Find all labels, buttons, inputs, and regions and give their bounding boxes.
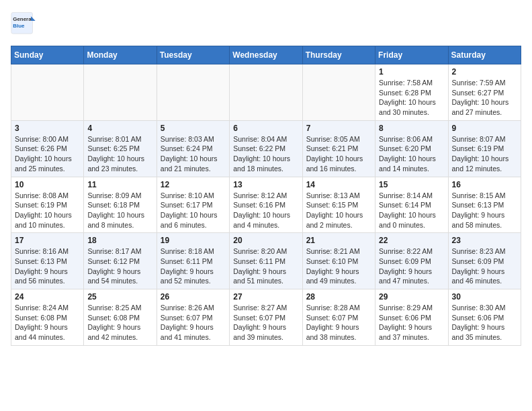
calendar-week-5: 24Sunrise: 8:24 AMSunset: 6:08 PMDayligh… bbox=[11, 289, 521, 346]
calendar-cell: 27Sunrise: 8:27 AMSunset: 6:07 PMDayligh… bbox=[230, 289, 302, 346]
calendar-cell: 3Sunrise: 8:00 AMSunset: 6:26 PMDaylight… bbox=[11, 120, 84, 177]
weekday-header-sunday: Sunday bbox=[11, 46, 84, 64]
svg-text:General: General bbox=[13, 16, 32, 22]
day-number: 3 bbox=[15, 124, 80, 133]
day-info: Sunrise: 8:27 AMSunset: 6:07 PMDaylight:… bbox=[233, 303, 298, 342]
calendar-table: SundayMondayTuesdayWednesdayThursdayFrid… bbox=[11, 46, 521, 346]
calendar-cell: 5Sunrise: 8:03 AMSunset: 6:24 PMDaylight… bbox=[157, 120, 229, 177]
calendar-week-1: 1Sunrise: 7:58 AMSunset: 6:28 PMDaylight… bbox=[11, 64, 521, 121]
calendar-cell: 12Sunrise: 8:10 AMSunset: 6:17 PMDayligh… bbox=[157, 177, 229, 233]
day-number: 2 bbox=[452, 67, 517, 77]
calendar-header-row: SundayMondayTuesdayWednesdayThursdayFrid… bbox=[11, 46, 521, 64]
calendar-week-3: 10Sunrise: 8:08 AMSunset: 6:19 PMDayligh… bbox=[11, 177, 521, 233]
day-number: 11 bbox=[87, 180, 152, 189]
day-info: Sunrise: 8:28 AMSunset: 6:07 PMDaylight:… bbox=[306, 303, 371, 342]
day-number: 27 bbox=[233, 292, 298, 302]
calendar-cell: 21Sunrise: 8:21 AMSunset: 6:10 PMDayligh… bbox=[302, 233, 375, 289]
calendar-cell: 11Sunrise: 8:09 AMSunset: 6:18 PMDayligh… bbox=[84, 177, 157, 233]
calendar-cell: 14Sunrise: 8:13 AMSunset: 6:15 PMDayligh… bbox=[302, 177, 375, 233]
day-info: Sunrise: 8:10 AMSunset: 6:17 PMDaylight:… bbox=[161, 191, 226, 230]
calendar-cell: 22Sunrise: 8:22 AMSunset: 6:09 PMDayligh… bbox=[375, 233, 448, 289]
day-number: 7 bbox=[306, 124, 371, 133]
calendar-cell: 25Sunrise: 8:25 AMSunset: 6:08 PMDayligh… bbox=[84, 289, 157, 346]
day-number: 14 bbox=[306, 180, 371, 189]
calendar-cell bbox=[84, 64, 157, 121]
calendar-cell: 28Sunrise: 8:28 AMSunset: 6:07 PMDayligh… bbox=[302, 289, 375, 346]
day-number: 24 bbox=[15, 292, 80, 302]
day-info: Sunrise: 8:17 AMSunset: 6:12 PMDaylight:… bbox=[87, 246, 152, 286]
weekday-header-friday: Friday bbox=[375, 46, 448, 64]
day-info: Sunrise: 8:15 AMSunset: 6:13 PMDaylight:… bbox=[452, 191, 517, 230]
day-number: 8 bbox=[379, 124, 444, 133]
day-number: 13 bbox=[233, 180, 298, 189]
day-number: 23 bbox=[452, 236, 517, 245]
day-info: Sunrise: 8:23 AMSunset: 6:09 PMDaylight:… bbox=[452, 246, 517, 286]
day-info: Sunrise: 8:14 AMSunset: 6:14 PMDaylight:… bbox=[379, 191, 444, 230]
calendar-cell bbox=[11, 64, 84, 121]
day-number: 4 bbox=[87, 124, 152, 133]
calendar-cell: 20Sunrise: 8:20 AMSunset: 6:11 PMDayligh… bbox=[230, 233, 302, 289]
calendar-cell: 6Sunrise: 8:04 AMSunset: 6:22 PMDaylight… bbox=[230, 120, 302, 177]
calendar-cell: 29Sunrise: 8:29 AMSunset: 6:06 PMDayligh… bbox=[375, 289, 448, 346]
day-info: Sunrise: 8:06 AMSunset: 6:20 PMDaylight:… bbox=[379, 134, 444, 174]
day-info: Sunrise: 8:30 AMSunset: 6:06 PMDaylight:… bbox=[452, 303, 517, 342]
day-info: Sunrise: 8:25 AMSunset: 6:08 PMDaylight:… bbox=[87, 303, 152, 342]
day-number: 9 bbox=[452, 124, 517, 133]
day-info: Sunrise: 8:24 AMSunset: 6:08 PMDaylight:… bbox=[15, 303, 80, 342]
weekday-header-wednesday: Wednesday bbox=[230, 46, 302, 64]
calendar-cell: 16Sunrise: 8:15 AMSunset: 6:13 PMDayligh… bbox=[448, 177, 521, 233]
calendar-cell: 17Sunrise: 8:16 AMSunset: 6:13 PMDayligh… bbox=[11, 233, 84, 289]
day-info: Sunrise: 8:22 AMSunset: 6:09 PMDaylight:… bbox=[379, 246, 444, 286]
day-info: Sunrise: 8:00 AMSunset: 6:26 PMDaylight:… bbox=[15, 134, 80, 174]
calendar-cell: 10Sunrise: 8:08 AMSunset: 6:19 PMDayligh… bbox=[11, 177, 84, 233]
day-number: 25 bbox=[87, 292, 152, 302]
calendar-cell: 26Sunrise: 8:26 AMSunset: 6:07 PMDayligh… bbox=[157, 289, 229, 346]
calendar-cell: 8Sunrise: 8:06 AMSunset: 6:20 PMDaylight… bbox=[375, 120, 448, 177]
day-info: Sunrise: 8:01 AMSunset: 6:25 PMDaylight:… bbox=[87, 134, 152, 174]
calendar-cell: 1Sunrise: 7:58 AMSunset: 6:28 PMDaylight… bbox=[375, 64, 448, 121]
day-info: Sunrise: 8:07 AMSunset: 6:19 PMDaylight:… bbox=[452, 134, 517, 174]
weekday-header-tuesday: Tuesday bbox=[157, 46, 229, 64]
svg-text:Blue: Blue bbox=[13, 23, 25, 29]
calendar-cell: 24Sunrise: 8:24 AMSunset: 6:08 PMDayligh… bbox=[11, 289, 84, 346]
day-info: Sunrise: 8:21 AMSunset: 6:10 PMDaylight:… bbox=[306, 246, 371, 286]
day-info: Sunrise: 8:26 AMSunset: 6:07 PMDaylight:… bbox=[161, 303, 226, 342]
day-number: 16 bbox=[452, 180, 517, 189]
day-number: 19 bbox=[161, 236, 226, 245]
calendar-cell: 4Sunrise: 8:01 AMSunset: 6:25 PMDaylight… bbox=[84, 120, 157, 177]
calendar-cell: 2Sunrise: 7:59 AMSunset: 6:27 PMDaylight… bbox=[448, 64, 521, 121]
logo-svg: General Blue bbox=[11, 11, 44, 38]
day-number: 10 bbox=[15, 180, 80, 189]
calendar-cell: 9Sunrise: 8:07 AMSunset: 6:19 PMDaylight… bbox=[448, 120, 521, 177]
calendar-cell: 13Sunrise: 8:12 AMSunset: 6:16 PMDayligh… bbox=[230, 177, 302, 233]
calendar-cell: 15Sunrise: 8:14 AMSunset: 6:14 PMDayligh… bbox=[375, 177, 448, 233]
calendar-week-4: 17Sunrise: 8:16 AMSunset: 6:13 PMDayligh… bbox=[11, 233, 521, 289]
day-number: 21 bbox=[306, 236, 371, 245]
day-info: Sunrise: 8:13 AMSunset: 6:15 PMDaylight:… bbox=[306, 191, 371, 230]
logo: General Blue bbox=[11, 11, 44, 38]
calendar-cell bbox=[157, 64, 229, 121]
day-number: 1 bbox=[379, 67, 444, 77]
calendar-week-2: 3Sunrise: 8:00 AMSunset: 6:26 PMDaylight… bbox=[11, 120, 521, 177]
weekday-header-thursday: Thursday bbox=[302, 46, 375, 64]
day-number: 12 bbox=[161, 180, 226, 189]
day-number: 18 bbox=[87, 236, 152, 245]
calendar-cell bbox=[302, 64, 375, 121]
day-info: Sunrise: 8:08 AMSunset: 6:19 PMDaylight:… bbox=[15, 191, 80, 230]
day-number: 17 bbox=[15, 236, 80, 245]
day-number: 29 bbox=[379, 292, 444, 302]
day-number: 30 bbox=[452, 292, 517, 302]
calendar-cell bbox=[230, 64, 302, 121]
calendar-cell: 30Sunrise: 8:30 AMSunset: 6:06 PMDayligh… bbox=[448, 289, 521, 346]
calendar-cell: 7Sunrise: 8:05 AMSunset: 6:21 PMDaylight… bbox=[302, 120, 375, 177]
day-info: Sunrise: 7:59 AMSunset: 6:27 PMDaylight:… bbox=[452, 78, 517, 118]
day-info: Sunrise: 8:09 AMSunset: 6:18 PMDaylight:… bbox=[87, 191, 152, 230]
day-number: 6 bbox=[233, 124, 298, 133]
calendar-cell: 18Sunrise: 8:17 AMSunset: 6:12 PMDayligh… bbox=[84, 233, 157, 289]
day-info: Sunrise: 7:58 AMSunset: 6:28 PMDaylight:… bbox=[379, 78, 444, 118]
day-info: Sunrise: 8:05 AMSunset: 6:21 PMDaylight:… bbox=[306, 134, 371, 174]
day-info: Sunrise: 8:12 AMSunset: 6:16 PMDaylight:… bbox=[233, 191, 298, 230]
weekday-header-monday: Monday bbox=[84, 46, 157, 64]
page-header: General Blue bbox=[11, 11, 521, 38]
day-info: Sunrise: 8:29 AMSunset: 6:06 PMDaylight:… bbox=[379, 303, 444, 342]
